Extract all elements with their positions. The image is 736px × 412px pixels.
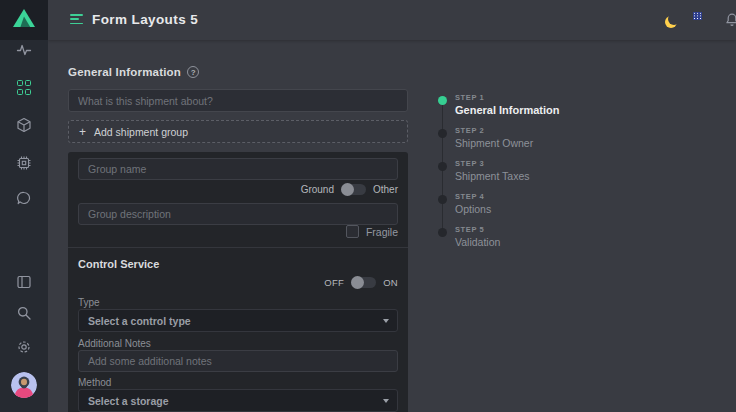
activity-icon: [16, 42, 32, 62]
step-title: Shipment Taxes: [455, 170, 530, 182]
type-label: Type: [78, 297, 100, 308]
step-3: STEP 3 Shipment Taxes: [438, 158, 618, 188]
control-type-value: Select a control type: [88, 315, 191, 327]
layout-icon: [16, 274, 32, 294]
sidebar-item-dashboard[interactable]: [0, 42, 48, 62]
theme-moon-icon[interactable]: [668, 13, 680, 25]
sidebar-item-layouts[interactable]: [0, 80, 48, 95]
fragile-checkbox[interactable]: [346, 225, 359, 238]
group-description-input[interactable]: [78, 203, 398, 225]
step-1: STEP 1 General Information: [438, 92, 618, 122]
section-divider: [68, 247, 408, 248]
section-header: General Information ?: [68, 66, 199, 78]
off-on-toggle-row: OFF ON: [324, 277, 398, 288]
sidebar-item-devices[interactable]: [0, 155, 48, 175]
user-avatar[interactable]: [11, 372, 37, 398]
step-title: General Information: [455, 104, 560, 116]
control-service-title: Control Service: [78, 258, 159, 270]
help-icon[interactable]: ?: [187, 66, 199, 78]
group-name-input[interactable]: [78, 158, 398, 180]
add-group-label: Add shipment group: [94, 126, 188, 138]
additional-notes-input[interactable]: [78, 350, 398, 372]
top-header: Form Layouts 5: [48, 0, 736, 40]
ground-other-toggle-row: Ground Other: [301, 184, 398, 195]
menu-icon[interactable]: [70, 14, 84, 24]
step-dot: [438, 228, 447, 237]
logo[interactable]: [0, 0, 48, 40]
method-label: Method: [78, 377, 111, 388]
grid-icon: [17, 80, 32, 95]
step-label: STEP 3: [455, 159, 484, 168]
plus-icon: +: [79, 126, 86, 138]
sidebar-item-panel-toggle[interactable]: [0, 274, 48, 294]
step-5: STEP 5 Validation: [438, 224, 618, 254]
step-title: Validation: [455, 236, 500, 248]
step-title: Options: [455, 203, 491, 215]
fragile-label: Fragile: [366, 226, 398, 238]
chat-bubble-icon: [16, 190, 32, 210]
sidebar-item-settings[interactable]: [0, 339, 48, 359]
chevron-down-icon: [383, 399, 389, 403]
sidebar-item-search[interactable]: [0, 305, 48, 325]
sidebar-item-components[interactable]: [0, 117, 48, 137]
sidebar-item-messages[interactable]: [0, 190, 48, 210]
page-title: Form Layouts 5: [92, 0, 198, 40]
shipment-group-panel: Ground Other Fragile Control Service OFF…: [68, 152, 408, 412]
section-title: General Information: [68, 66, 181, 78]
on-label: ON: [383, 277, 398, 288]
toggle-knob: [341, 183, 354, 196]
step-label: STEP 1: [455, 93, 484, 102]
off-label: OFF: [324, 277, 344, 288]
step-dot: [438, 129, 447, 138]
toggle-knob: [351, 276, 364, 289]
ground-label: Ground: [301, 184, 334, 195]
app-window: Form Layouts 5 General Information ? + A…: [0, 0, 736, 412]
notifications-bell-icon[interactable]: [724, 12, 736, 32]
step-title: Shipment Owner: [455, 137, 533, 149]
step-4: STEP 4 Options: [438, 191, 618, 221]
step-dot: [438, 162, 447, 171]
cpu-icon: [16, 155, 32, 175]
chevron-down-icon: [383, 319, 389, 323]
step-dot: [438, 96, 447, 105]
search-icon: [16, 305, 32, 325]
step-label: STEP 4: [455, 192, 484, 201]
off-on-toggle[interactable]: [351, 277, 376, 288]
step-label: STEP 5: [455, 225, 484, 234]
step-2: STEP 2 Shipment Owner: [438, 125, 618, 155]
sidebar: [0, 0, 48, 412]
storage-method-value: Select a storage: [88, 395, 169, 407]
gear-icon: [16, 339, 32, 359]
notes-label: Additional Notes: [78, 338, 151, 349]
other-label: Other: [373, 184, 398, 195]
wizard-stepper: STEP 1 General Information STEP 2 Shipme…: [438, 92, 618, 252]
logo-triangle-icon: [12, 8, 36, 32]
shipment-about-input[interactable]: [68, 89, 408, 112]
storage-method-select[interactable]: Select a storage: [78, 389, 398, 412]
step-dot: [438, 195, 447, 204]
step-label: STEP 2: [455, 126, 484, 135]
add-shipment-group-button[interactable]: + Add shipment group: [68, 120, 408, 143]
control-type-select[interactable]: Select a control type: [78, 309, 398, 332]
ground-other-toggle[interactable]: [341, 184, 366, 195]
fragile-row: Fragile: [346, 225, 398, 238]
cube-icon: [16, 117, 32, 137]
